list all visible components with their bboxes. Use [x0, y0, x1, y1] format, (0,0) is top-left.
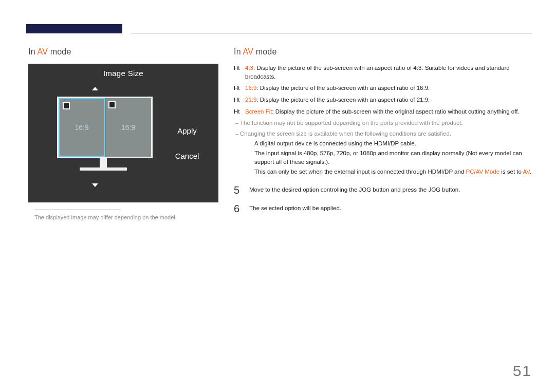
- left-title-prefix: In: [28, 47, 38, 56]
- page-number: 51: [513, 362, 532, 380]
- list-item: Ht 21:9: Display the picture of the sub-…: [234, 96, 534, 104]
- item-ratio: 16:9: [245, 85, 256, 91]
- right-title-prefix: In: [234, 47, 243, 56]
- header-rule: [131, 33, 532, 33]
- step-text: Move to the desired option controlling t…: [249, 185, 460, 193]
- right-title-hl: AV: [243, 47, 254, 56]
- ratio-left-label: 16:9: [75, 123, 88, 132]
- screen-right-half: 16:9: [105, 98, 151, 157]
- monitor-stand-neck: [100, 158, 107, 167]
- osd-title: Image Size: [28, 64, 218, 82]
- step-number: 5: [234, 185, 249, 195]
- footnote-rule: [34, 210, 121, 210]
- item-text: : Display the picture of the sub-screen …: [272, 108, 519, 115]
- screen-left-half: 16:9: [59, 98, 105, 157]
- dash-bullet-icon: –: [234, 119, 240, 127]
- list-item: Ht Screen Fit: Display the picture of th…: [234, 107, 534, 116]
- item-ratio: 21:9: [245, 97, 256, 103]
- sub3-end: .: [530, 169, 531, 175]
- note-line: – The function may not be supported depe…: [234, 119, 534, 127]
- item-text: : Display the picture of the sub-screen …: [256, 85, 430, 91]
- item-body: 4:3: Display the picture of the sub-scre…: [245, 64, 534, 81]
- item-tag: Ht: [234, 84, 245, 92]
- arrow-down-icon: [92, 183, 98, 187]
- item-body: 21:9: Display the picture of the sub-scr…: [245, 96, 534, 104]
- left-section-title: In AV mode: [28, 47, 234, 57]
- step-number: 6: [234, 203, 249, 214]
- osd-screenshot: Image Size 16:9 16:9: [28, 64, 218, 202]
- left-column: In AV mode Image Size 16:9: [28, 47, 234, 220]
- step-item: 6 The selected option will be applied.: [234, 203, 534, 214]
- sub-item: The input signal is 480p, 576p, 720p, or…: [254, 149, 534, 167]
- arrow-up-icon: [92, 87, 98, 90]
- page-root: { "left": { "section_prefix": "In ", "se…: [0, 0, 555, 392]
- pip-indicator-left: [63, 102, 70, 109]
- item-body: 16:9: Display the picture of the sub-scr…: [245, 84, 534, 92]
- left-title-hl: AV: [38, 47, 48, 56]
- left-title-suffix: mode: [48, 47, 71, 56]
- item-tag: Ht: [234, 96, 245, 104]
- sub3-hl1: PC/AV Mode: [466, 169, 499, 175]
- list-item: Ht 16:9: Display the picture of the sub-…: [234, 84, 534, 92]
- item-ratio: Screen Fit: [245, 108, 272, 115]
- item-text: : Display the picture of the sub-screen …: [245, 65, 510, 80]
- list-item: Ht 4:3: Display the picture of the sub-s…: [234, 64, 534, 81]
- item-tag: Ht: [234, 64, 245, 72]
- step-item: 5 Move to the desired option controlling…: [234, 185, 534, 195]
- sub3-prefix: This can only be set when the external i…: [254, 169, 464, 175]
- note-line: – Changing the screen size is available …: [234, 129, 534, 138]
- monitor-stand-base: [80, 167, 127, 171]
- step-text: The selected option will be applied.: [249, 203, 341, 211]
- right-title-suffix: mode: [253, 47, 276, 56]
- left-footnote: The displayed image may differ depending…: [28, 214, 234, 220]
- pip-indicator-right: [108, 101, 116, 108]
- item-body: Screen Fit: Display the picture of the s…: [245, 107, 534, 116]
- note-text: The function may not be supported depend…: [240, 119, 462, 127]
- monitor-graphic: 16:9 16:9: [57, 97, 150, 171]
- apply-button[interactable]: Apply: [162, 126, 212, 135]
- osd-buttons: Apply Cancel: [162, 84, 218, 202]
- sub3-hl2: AV: [523, 169, 530, 175]
- item-tag: Ht: [234, 107, 245, 116]
- sub3-mid: is set to: [499, 169, 523, 175]
- sub-item: This can only be set when the external i…: [254, 167, 534, 176]
- note-text: Changing the screen size is available wh…: [240, 129, 451, 138]
- chapter-swatch: [26, 24, 122, 33]
- dash-bullet-icon: –: [234, 129, 240, 138]
- right-column: In AV mode Ht 4:3: Display the picture o…: [234, 47, 534, 214]
- sub-conditions: A digital output device is connected usi…: [234, 139, 534, 177]
- sub-item: A digital output device is connected usi…: [254, 139, 534, 148]
- cancel-button[interactable]: Cancel: [162, 152, 212, 160]
- item-text: : Display the picture of the sub-screen …: [256, 97, 430, 103]
- monitor-screen: 16:9 16:9: [57, 97, 153, 158]
- right-section-title: In AV mode: [234, 47, 534, 57]
- osd-body: 16:9 16:9 Apply Cancel: [28, 84, 218, 202]
- item-ratio: 4:3: [245, 65, 253, 71]
- osd-preview-area: 16:9 16:9: [28, 84, 162, 202]
- ratio-right-label: 16:9: [121, 123, 135, 132]
